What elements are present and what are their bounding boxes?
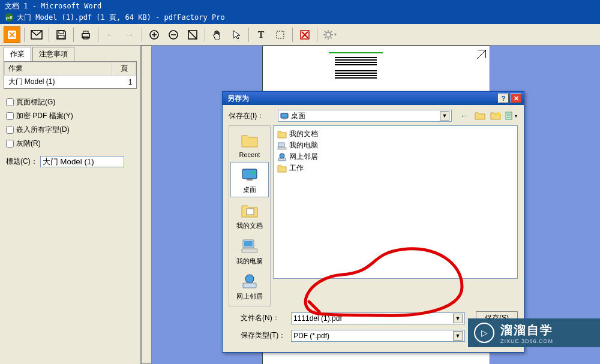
watermark-brand: 溜溜自学 bbox=[500, 322, 553, 338]
svg-rect-13 bbox=[281, 113, 288, 118]
panel-scrollbar[interactable] bbox=[141, 46, 152, 364]
file-list[interactable]: 我的文档 我的电脑 网上邻居 工作 bbox=[273, 125, 518, 279]
place-network[interactable]: 网上邻居 bbox=[230, 269, 269, 303]
zoom-out-button[interactable] bbox=[165, 26, 182, 43]
svg-rect-14 bbox=[283, 118, 286, 119]
svg-point-12 bbox=[326, 32, 331, 37]
dialog-title-bar[interactable]: 另存为 ? ✕ bbox=[223, 92, 524, 105]
dialog-help-button[interactable]: ? bbox=[498, 94, 509, 103]
filename-combo[interactable]: 1111del (1).pdf ▼ bbox=[291, 312, 465, 324]
delete-x-icon bbox=[299, 29, 310, 40]
grayscale-checkbox[interactable]: 灰階(R) bbox=[6, 139, 134, 149]
text-tool-button[interactable]: T bbox=[253, 26, 269, 43]
svg-point-15 bbox=[497, 112, 500, 116]
chevron-down-icon: ▼ bbox=[453, 314, 463, 323]
jobs-col-page[interactable]: 頁 bbox=[112, 62, 136, 76]
page-mark-checkbox[interactable]: 頁面標記(G) bbox=[6, 97, 134, 107]
svg-point-27 bbox=[280, 154, 284, 158]
fit-icon bbox=[187, 29, 198, 40]
delete-button[interactable] bbox=[296, 26, 313, 43]
jobs-col-name[interactable]: 作業 bbox=[5, 62, 112, 76]
zoom-in-button[interactable] bbox=[146, 26, 163, 43]
file-item-network[interactable]: 网上邻居 bbox=[276, 151, 515, 163]
filetype-label: 保存类型(T)： bbox=[229, 330, 286, 341]
svg-rect-10 bbox=[277, 31, 284, 38]
embed-fonts-checkbox[interactable]: 嵌入所有字型(D) bbox=[6, 125, 134, 135]
computer-icon bbox=[240, 236, 259, 255]
pdffactory-app-icon: pdf bbox=[5, 13, 13, 22]
folder-up-icon bbox=[475, 111, 485, 121]
nav-back-button[interactable]: ← bbox=[102, 26, 119, 43]
svg-rect-26 bbox=[278, 148, 286, 149]
save-as-dialog: 另存为 ? ✕ 保存在(I)： 桌面 ▼ ← bbox=[222, 91, 524, 353]
options-panel: 頁面標記(G) 加密 PDF 檔案(Y) 嵌入所有字型(D) 灰階(R) 標題(… bbox=[0, 92, 140, 172]
new-folder-icon bbox=[490, 111, 501, 121]
views-button[interactable]: ▾ bbox=[505, 110, 518, 122]
settings-button[interactable]: ▾ bbox=[321, 26, 338, 43]
views-icon bbox=[505, 112, 515, 120]
svg-rect-22 bbox=[242, 249, 257, 252]
pdffactory-title-bar: pdf 大门 Model (1).pdf (1 頁, 64 KB) - pdfF… bbox=[0, 11, 600, 24]
folder-recent-icon bbox=[240, 131, 259, 150]
folder-docs-icon bbox=[277, 130, 287, 139]
svg-rect-18 bbox=[247, 179, 253, 181]
save-button[interactable] bbox=[53, 26, 70, 43]
place-mydocs[interactable]: 我的文档 bbox=[230, 198, 269, 233]
filename-value: 1111del (1).pdf bbox=[293, 314, 342, 323]
up-folder-button[interactable] bbox=[473, 110, 487, 122]
pdffactory-title-text: 大门 Model (1).pdf (1 頁, 64 KB) - pdfFacto… bbox=[17, 13, 225, 23]
places-bar: Recent 桌面 我的文档 bbox=[229, 125, 271, 306]
marquee-icon bbox=[275, 29, 286, 40]
file-item-work[interactable]: 工作 bbox=[276, 163, 515, 174]
hand-icon bbox=[212, 29, 222, 40]
encrypt-checkbox[interactable]: 加密 PDF 檔案(Y) bbox=[6, 111, 134, 121]
tab-jobs[interactable]: 作業 bbox=[4, 47, 31, 61]
new-folder-button[interactable] bbox=[489, 110, 502, 122]
desktop-place-icon bbox=[240, 165, 259, 184]
file-item-mydocs[interactable]: 我的文档 bbox=[276, 128, 515, 140]
cursor-icon bbox=[232, 29, 241, 40]
save-in-label: 保存在(I)： bbox=[229, 111, 274, 121]
fit-page-button[interactable] bbox=[184, 26, 201, 43]
mode-icon bbox=[7, 29, 17, 40]
svg-rect-28 bbox=[278, 158, 286, 161]
printer-icon bbox=[80, 29, 91, 40]
job-name: 大门 Model (1) bbox=[5, 76, 112, 89]
dialog-title-text: 另存为 bbox=[227, 94, 249, 104]
pdffactory-toolbar: ← → T ▾ bbox=[0, 24, 600, 46]
place-desktop[interactable]: 桌面 bbox=[230, 162, 269, 197]
job-page: 1 bbox=[112, 76, 136, 89]
title-label: 標題(C)： bbox=[6, 157, 38, 167]
nav-forward-button[interactable]: → bbox=[121, 26, 138, 43]
email-button[interactable] bbox=[28, 26, 45, 43]
svg-rect-19 bbox=[247, 209, 254, 215]
svg-rect-3 bbox=[58, 35, 64, 38]
place-recent[interactable]: Recent bbox=[230, 128, 269, 161]
chevron-down-icon: ▼ bbox=[453, 331, 463, 341]
filetype-combo[interactable]: PDF (*.pdf) ▼ bbox=[291, 330, 465, 342]
pointer-tool-button[interactable] bbox=[228, 26, 245, 43]
computer-small-icon bbox=[277, 141, 287, 151]
filename-label: 文件名(N)： bbox=[229, 313, 286, 323]
folder-icon bbox=[277, 164, 287, 173]
place-mycomputer[interactable]: 我的电脑 bbox=[230, 234, 269, 268]
nav-back-button[interactable]: ← bbox=[458, 110, 471, 122]
filetype-value: PDF (*.pdf) bbox=[293, 332, 329, 340]
job-row[interactable]: 大门 Model (1) 1 bbox=[5, 76, 136, 89]
pdf-tool-button[interactable] bbox=[4, 26, 20, 43]
file-item-mycomputer[interactable]: 我的电脑 bbox=[276, 140, 515, 151]
page-fold-icon bbox=[478, 50, 486, 58]
dialog-close-button[interactable]: ✕ bbox=[511, 94, 521, 103]
play-circle-icon: ▷ bbox=[474, 323, 494, 343]
save-in-combo[interactable]: 桌面 ▼ bbox=[278, 110, 452, 122]
left-panel-tabs: 作業 注意事項 bbox=[0, 46, 140, 61]
floppy-icon bbox=[56, 29, 67, 40]
title-input[interactable] bbox=[40, 156, 124, 167]
job-list: 作業 頁 大门 Model (1) 1 bbox=[4, 61, 137, 89]
tab-notes[interactable]: 注意事項 bbox=[32, 47, 74, 61]
print-button[interactable] bbox=[77, 26, 94, 43]
hand-tool-button[interactable] bbox=[209, 26, 226, 43]
left-panel: 作業 注意事項 作業 頁 大门 Model (1) 1 頁面標記(G) bbox=[0, 46, 141, 364]
select-tool-button[interactable] bbox=[272, 26, 289, 43]
envelope-icon bbox=[31, 30, 43, 40]
